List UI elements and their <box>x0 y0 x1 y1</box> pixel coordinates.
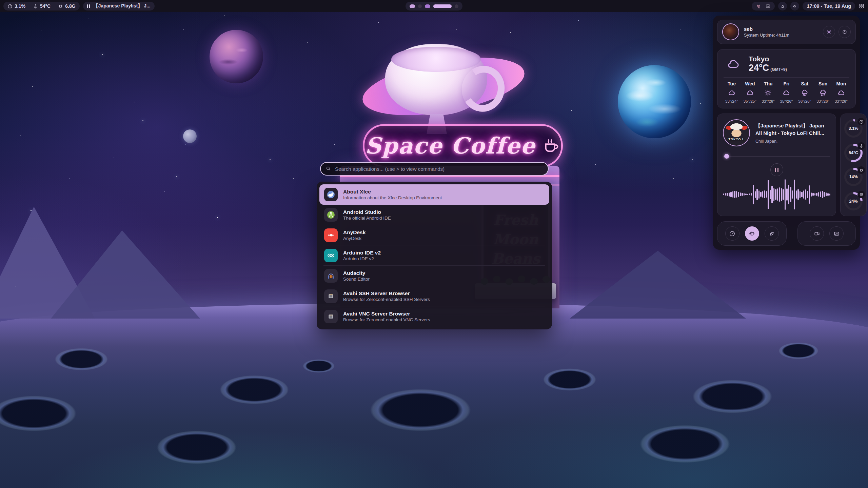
picture-icon[interactable] <box>765 3 771 9</box>
visualizer-bar <box>779 187 780 202</box>
app-name: AnyDesk <box>343 229 366 236</box>
visualizer-bar <box>758 190 760 199</box>
speedometer-icon <box>729 230 735 237</box>
workspace-dot[interactable] <box>455 4 458 8</box>
thermometer-icon <box>33 4 38 9</box>
forecast-day: Sat 36°/26° <box>796 81 813 103</box>
speaker-icon <box>792 4 797 9</box>
media-player-pill[interactable]: 【Japanese Playlist】 J... <box>83 2 155 11</box>
visualizer-bar <box>811 192 812 197</box>
visualizer-bar <box>744 193 745 196</box>
app-results-panel: About Xfce Information about the Xfce De… <box>317 182 552 329</box>
cloud-icon <box>746 88 754 97</box>
pause-button[interactable] <box>770 163 783 176</box>
performance-mode-button[interactable] <box>725 226 739 241</box>
tray-icons-pill[interactable] <box>752 2 775 11</box>
app-row-anydesk[interactable]: AnyDesk AnyDesk <box>319 225 549 245</box>
power-button[interactable] <box>839 26 851 38</box>
control-center-panel: seb System Uptime: 4h11m Tokyo 24°C(GMT+… <box>713 16 860 250</box>
app-row-android-studio[interactable]: Android Studio The official Android IDE <box>319 205 549 225</box>
neon-sign: Space Coffee <box>363 124 563 167</box>
powersave-mode-button[interactable] <box>765 226 779 241</box>
workspace-dot[interactable] <box>418 4 422 8</box>
media-title: 【Japanese Playlist】 J... <box>94 3 151 9</box>
workspace-dot[interactable] <box>433 4 452 8</box>
balanced-mode-button[interactable] <box>745 226 759 241</box>
visualizer-bar <box>760 192 762 197</box>
visualizer-bar <box>826 192 827 196</box>
xfce-icon <box>324 188 338 201</box>
app-launcher: About Xfce Information about the Xfce De… <box>317 162 552 329</box>
visualizer-bar <box>730 192 732 197</box>
speedometer-icon <box>859 120 864 124</box>
screenshot-button[interactable] <box>829 226 844 241</box>
screen-record-button[interactable] <box>810 226 824 241</box>
music-player-card: TOKYO L 【Japanese Playlist】 Japan All Ni… <box>717 114 836 216</box>
visualizer-bar <box>797 189 799 200</box>
gear-icon <box>826 29 832 35</box>
visualizer-bar <box>794 180 795 209</box>
giant-coffee-cup <box>385 44 487 115</box>
disk-icon <box>859 192 864 197</box>
notifications-button[interactable] <box>778 2 787 11</box>
clock[interactable]: 17:09 - Tue, 19 Aug <box>803 2 855 11</box>
chip-icon <box>859 168 864 172</box>
audacity-icon <box>324 269 338 283</box>
album-art-caption: TOKYO L <box>724 138 749 141</box>
bell-icon <box>780 4 785 9</box>
forecast-day: Wed 35°/25° <box>742 81 758 103</box>
visualizer-bar <box>734 191 735 198</box>
workspace-dot[interactable] <box>410 4 415 8</box>
mountain-ridge <box>51 230 200 319</box>
visualizer-bar <box>820 191 821 197</box>
cpu-temp: 54°C <box>40 3 51 9</box>
app-row-about-xfce[interactable]: About Xfce Information about the Xfce De… <box>319 184 549 205</box>
forecast-day: Thu 33°/26° <box>760 81 776 103</box>
settings-button[interactable] <box>823 26 835 38</box>
video-camera-icon <box>814 230 820 237</box>
app-desc: Sound Editor <box>343 276 370 282</box>
visualizer-bar <box>792 190 793 199</box>
crater <box>298 358 339 374</box>
pause-icon <box>775 168 778 172</box>
visualizer-bar <box>790 187 791 202</box>
memory-usage: 6.8G <box>65 3 75 9</box>
system-gauges-card: 3.1% 54°C 14% 24% <box>840 114 867 216</box>
power-icon <box>842 29 848 35</box>
android-studio-icon <box>324 208 338 222</box>
visualizer-bar <box>723 194 724 195</box>
crater <box>356 383 485 437</box>
visualizer-bar <box>747 194 749 195</box>
visualizer-bar <box>773 188 775 201</box>
progress-thumb[interactable] <box>724 154 729 159</box>
system-stats-pill[interactable]: 3.1% 54°C 6.8G <box>3 2 80 11</box>
app-row-arduino[interactable]: Arduino IDE v2 Arduino IDE v2 <box>319 245 549 266</box>
cat-icon[interactable] <box>756 3 761 9</box>
disk-gauge: 24% <box>844 192 863 210</box>
visualizer-bar <box>788 185 790 204</box>
app-grid-icon[interactable] <box>859 3 865 9</box>
visualizer-bar <box>736 191 737 198</box>
visualizer-bar <box>770 190 771 199</box>
audio-visualizer <box>723 178 830 210</box>
crater <box>627 420 743 468</box>
search-input[interactable] <box>320 162 549 176</box>
progress-track <box>723 156 830 157</box>
temp-gauge: 54°C <box>844 144 863 162</box>
picture-icon <box>833 230 840 237</box>
visualizer-bar <box>766 191 767 198</box>
forecast-day: Fri 35°/26° <box>778 81 794 103</box>
visualizer-bar <box>755 191 756 198</box>
app-row-avahi-ssh[interactable]: Avahi SSH Server Browser Browse for Zero… <box>319 286 549 306</box>
visualizer-bar <box>738 192 739 197</box>
app-row-avahi-vnc[interactable]: Avahi VNC Server Browser Browse for Zero… <box>319 306 549 327</box>
system-uptime: System Uptime: 4h11m <box>744 33 789 38</box>
workspace-dot[interactable] <box>425 4 430 8</box>
app-desc: AnyDesk <box>343 236 366 242</box>
app-row-audacity[interactable]: Audacity Sound Editor <box>319 266 549 286</box>
cloud-icon <box>782 88 791 97</box>
volume-button[interactable] <box>790 2 799 11</box>
visualizer-bar <box>796 190 797 199</box>
neon-sign-text: Space Coffee <box>365 133 535 159</box>
track-progress-bar[interactable] <box>723 154 830 159</box>
